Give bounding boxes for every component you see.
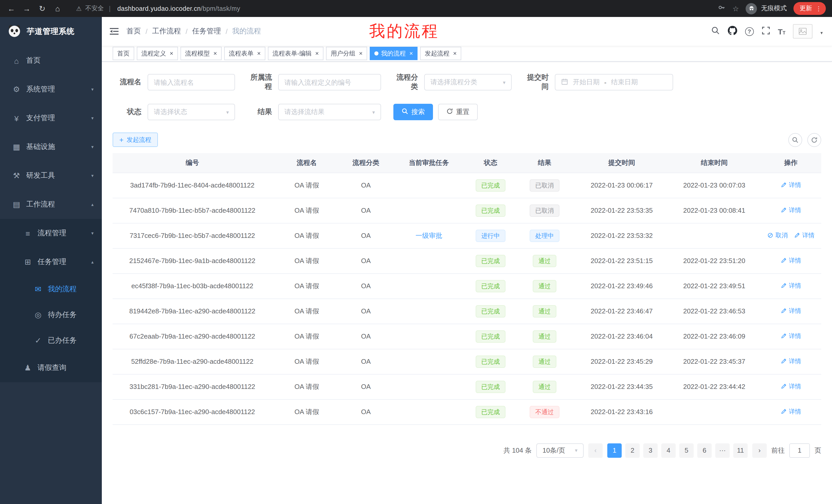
browser-chrome: ← → ↻ ⌂ ⚠ 不安全 | dashboard.yudao.iocoder.… <box>0 0 832 17</box>
page-size-select[interactable]: 10条/页 ▾ <box>536 443 583 457</box>
search-button[interactable]: 搜索 <box>393 104 433 120</box>
column-header: 提交时间 <box>575 153 668 173</box>
submit-time-range-picker[interactable]: 开始日期 - 结束日期 <box>555 74 673 90</box>
tab-process-form[interactable]: 流程表单× <box>224 47 265 60</box>
todo-tasks-icon: ◎ <box>33 310 43 319</box>
result-badge: 已取消 <box>530 179 560 191</box>
page-ellipsis[interactable]: ··· <box>715 443 730 457</box>
process-name-cell: OA 请假 <box>272 173 341 198</box>
table-header-row: 编号流程名流程分类当前审批任务状态结果提交时间结束时间操作 <box>113 153 821 173</box>
goto-unit-label: 页 <box>814 446 821 455</box>
detail-action-link[interactable]: 详情 <box>781 332 801 341</box>
search-icon[interactable] <box>711 26 720 37</box>
bookmark-star-icon[interactable]: ☆ <box>732 4 739 12</box>
font-size-icon[interactable]: TT <box>778 27 785 35</box>
tab-user-group[interactable]: 用户分组× <box>326 47 367 60</box>
prev-page-button[interactable]: ‹ <box>588 443 603 457</box>
process-category-label: 流程分类 <box>393 73 424 91</box>
sidebar-item-dev-tools[interactable]: ⚒研发工具▾ <box>0 161 102 190</box>
github-icon[interactable] <box>728 25 737 37</box>
address-bar[interactable]: dashboard.yudao.iocoder.cn/bpm/task/my <box>117 5 240 12</box>
page-button[interactable]: 2 <box>625 443 640 457</box>
toggle-search-icon[interactable] <box>788 133 802 147</box>
detail-action-link[interactable]: 详情 <box>781 408 801 416</box>
sidebar-item-leave-query[interactable]: ♟请假查询 <box>0 354 102 382</box>
key-icon[interactable] <box>718 4 726 13</box>
sidebar-item-infrastructure[interactable]: ▦基础设施▾ <box>0 133 102 161</box>
avatar[interactable] <box>793 24 813 38</box>
sidebar-item-workflow[interactable]: ▤工作流程▴ <box>0 190 102 219</box>
tab-close-icon[interactable]: × <box>453 50 457 57</box>
detail-action-link[interactable]: 详情 <box>781 181 801 190</box>
detail-action-link[interactable]: 详情 <box>794 231 814 240</box>
process-name-input[interactable] <box>148 74 235 90</box>
page-button[interactable]: 5 <box>679 443 694 457</box>
chevron-down-icon[interactable]: ▾ <box>821 30 823 35</box>
status-cell: 已完成 <box>467 299 514 324</box>
select-placeholder: 请选择流结果 <box>284 107 324 117</box>
next-page-button[interactable]: › <box>752 443 767 457</box>
submit-time-cell: 2022-01-22 23:53:32 <box>575 223 668 248</box>
browser-reload-icon[interactable]: ↻ <box>37 4 47 13</box>
submit-time-cell: 2022-01-22 23:53:35 <box>575 198 668 223</box>
sidebar-item-done-tasks[interactable]: ✓已办任务 <box>0 328 102 354</box>
tab-process-definition[interactable]: 流程定义× <box>137 47 178 60</box>
process-category-select[interactable]: 请选择流程分类 ▾ <box>424 74 512 90</box>
reset-button[interactable]: 重置 <box>438 104 478 120</box>
detail-action-link[interactable]: 详情 <box>781 307 801 315</box>
tab-my-process[interactable]: 我的流程× <box>370 47 418 60</box>
cancel-action-link[interactable]: 取消 <box>767 231 788 240</box>
tab-close-icon[interactable]: × <box>170 50 173 57</box>
site-security-info[interactable]: ⚠ 不安全 | <box>76 4 112 13</box>
update-button[interactable]: 更新 ⋮ <box>794 2 826 15</box>
start-process-button[interactable]: + 发起流程 <box>113 133 158 147</box>
tab-close-icon[interactable]: × <box>257 50 261 57</box>
refresh-table-icon[interactable] <box>807 133 821 147</box>
breadcrumb-item[interactable]: 工作流程 <box>152 27 181 36</box>
page-button[interactable]: 3 <box>643 443 658 457</box>
detail-action-link[interactable]: 详情 <box>781 206 801 215</box>
tab-close-icon[interactable]: × <box>409 50 413 57</box>
detail-action-link[interactable]: 详情 <box>781 382 801 391</box>
breadcrumb-item[interactable]: 任务管理 <box>192 27 221 36</box>
status-select[interactable]: 请选择状态 ▾ <box>148 104 235 120</box>
current-task-cell <box>390 324 467 349</box>
current-task-cell <box>390 399 467 424</box>
done-tasks-icon: ✓ <box>33 336 43 345</box>
tab-start-process[interactable]: 发起流程× <box>420 47 461 60</box>
tab-close-icon[interactable]: × <box>359 50 363 57</box>
sidebar-item-task-management[interactable]: ⊞任务管理▴ <box>0 248 102 276</box>
detail-action-link[interactable]: 详情 <box>781 256 801 265</box>
sidebar-item-payment-management[interactable]: ¥支付管理▾ <box>0 104 102 133</box>
sidebar-item-my-process[interactable]: ✉我的流程 <box>0 276 102 302</box>
breadcrumb-item[interactable]: 首页 <box>127 27 141 36</box>
result-select[interactable]: 请选择流结果 ▾ <box>278 104 381 120</box>
tab-close-icon[interactable]: × <box>213 50 217 57</box>
goto-page-input[interactable] <box>789 443 810 457</box>
tab-process-form-edit[interactable]: 流程表单-编辑× <box>268 47 323 60</box>
page-button[interactable]: 11 <box>733 443 748 457</box>
detail-action-link[interactable]: 详情 <box>781 357 801 366</box>
page-button[interactable]: 6 <box>697 443 712 457</box>
sidebar-item-home[interactable]: ⌂首页 <box>0 46 102 75</box>
header: 首页/工作流程/任务管理/我的流程 我的流程 ? TT ▾ <box>102 17 832 46</box>
sidebar-item-process-management[interactable]: ≡流程管理▾ <box>0 219 102 248</box>
sidebar-item-system-management[interactable]: ⚙系统管理▾ <box>0 75 102 104</box>
tab-home[interactable]: 首页 <box>113 47 134 60</box>
browser-forward-icon[interactable]: → <box>22 4 32 13</box>
sidebar-item-todo-tasks[interactable]: ◎待办任务 <box>0 302 102 328</box>
page-button[interactable]: 1 <box>607 443 622 457</box>
collapse-sidebar-icon[interactable] <box>109 26 119 36</box>
tab-close-icon[interactable]: × <box>315 50 319 57</box>
process-category-cell: OA <box>341 374 390 399</box>
current-task-link[interactable]: 一级审批 <box>415 231 442 239</box>
help-icon[interactable]: ? <box>745 27 754 36</box>
browser-back-icon[interactable]: ← <box>6 4 17 13</box>
browser-home-icon[interactable]: ⌂ <box>52 4 63 13</box>
tab-process-model[interactable]: 流程模型× <box>181 47 222 60</box>
detail-action-link[interactable]: 详情 <box>781 282 801 290</box>
fullscreen-icon[interactable] <box>761 26 770 37</box>
page-button[interactable]: 4 <box>661 443 676 457</box>
browser-menu-icon[interactable]: ⋮ <box>815 5 822 11</box>
process-definition-input[interactable] <box>278 74 381 90</box>
